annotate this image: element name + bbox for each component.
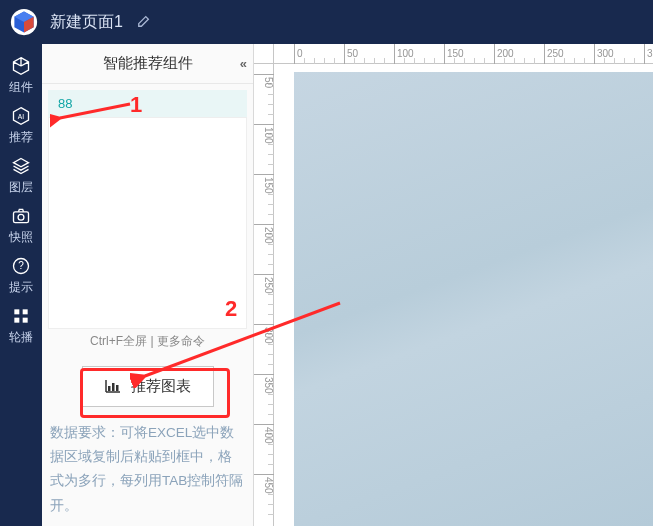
svg-rect-13 — [108, 386, 111, 391]
camera-icon — [11, 205, 31, 227]
svg-rect-9 — [14, 309, 19, 314]
recommend-panel: 智能推荐组件 « 88 Ctrl+F全屏 | 更多命令 推荐图表 数据要求：可将… — [42, 44, 254, 526]
ai-cube-icon: AI — [11, 105, 31, 127]
data-textarea[interactable] — [48, 117, 247, 329]
titlebar: 新建页面1 — [0, 0, 653, 44]
svg-point-6 — [18, 214, 24, 220]
sidebar-item-hint[interactable]: ? 提示 — [0, 250, 42, 300]
data-cell-value: 88 — [58, 96, 72, 111]
recommend-button-label: 推荐图表 — [131, 377, 191, 396]
grid-icon — [11, 305, 31, 327]
ruler-vertical: 50100150200250300350400450 — [254, 64, 274, 526]
collapse-panel-icon[interactable]: « — [240, 56, 243, 71]
panel-header: 智能推荐组件 « — [42, 44, 253, 84]
sidebar-item-snapshot[interactable]: 快照 — [0, 200, 42, 250]
svg-rect-5 — [14, 211, 29, 222]
ruler-corner — [254, 44, 274, 64]
recommend-chart-button[interactable]: 推荐图表 — [82, 366, 214, 407]
layers-icon — [11, 155, 31, 177]
sidebar-item-layers[interactable]: 图层 — [0, 150, 42, 200]
svg-text:?: ? — [18, 260, 24, 271]
svg-rect-15 — [116, 385, 119, 391]
page-title: 新建页面1 — [50, 12, 123, 33]
ruler-horizontal: 050100150200250300350 — [274, 44, 653, 64]
sidebar-item-carousel[interactable]: 轮播 — [0, 300, 42, 350]
canvas-area: 050100150200250300350 501001502002503003… — [254, 44, 653, 526]
design-canvas[interactable] — [294, 72, 653, 526]
panel-title: 智能推荐组件 — [103, 54, 193, 73]
data-paste-area[interactable]: 88 — [48, 90, 247, 117]
data-requirement-hint: 数据要求：可将EXCEL选中数据区域复制后粘贴到框中，格式为多行，每列用TAB控… — [42, 421, 253, 526]
sidebar-item-components[interactable]: 组件 — [0, 50, 42, 100]
cube-icon — [11, 55, 31, 77]
bar-chart-icon — [105, 379, 121, 393]
sidebar-item-recommend[interactable]: AI 推荐 — [0, 100, 42, 150]
svg-rect-12 — [23, 317, 28, 322]
left-sidebar: 组件 AI 推荐 图层 快照 ? 提示 轮播 — [0, 44, 42, 526]
svg-text:AI: AI — [18, 112, 24, 119]
question-circle-icon: ? — [11, 255, 31, 277]
svg-rect-14 — [112, 383, 115, 391]
edit-title-icon[interactable] — [137, 14, 151, 31]
svg-rect-10 — [23, 309, 28, 314]
svg-rect-11 — [14, 317, 19, 322]
command-hint: Ctrl+F全屏 | 更多命令 — [42, 329, 253, 356]
app-logo-icon — [10, 8, 38, 36]
